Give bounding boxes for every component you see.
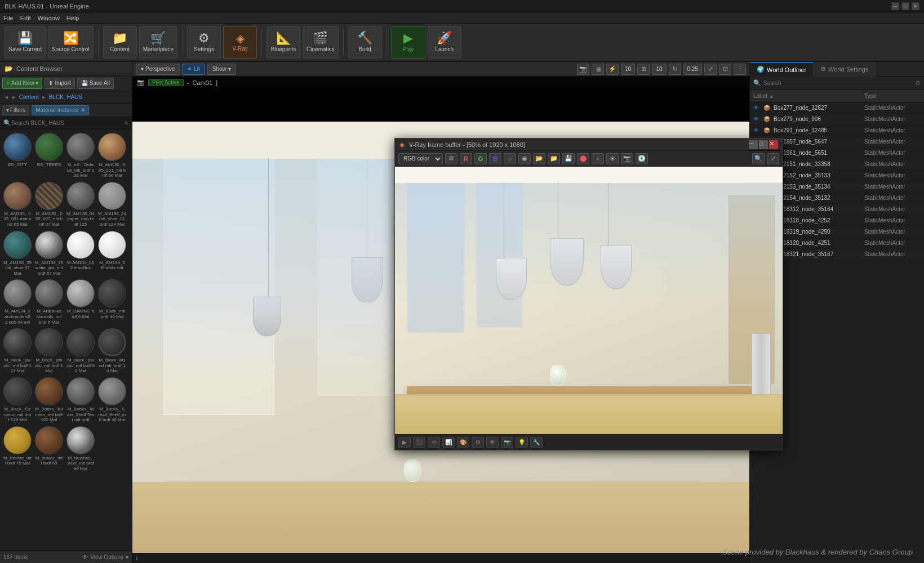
material-item-m-black-ceramic[interactable]: M_Black_ Ceramic_mtl brdf 129 Mat [2, 376, 33, 424]
material-item-m-am134[interactable]: M_AM134_24 mtl_shoe_01 brdf 124 Mat [97, 181, 127, 229]
filter-tag-close-icon[interactable]: ✕ [81, 107, 85, 113]
material-item-m-am130-default[interactable]: M_a3... Default_mtl_brdf 138 Mat [65, 132, 96, 180]
vray-folder-btn[interactable]: 📁 [548, 153, 560, 164]
vray-r-channel-btn[interactable]: R [460, 153, 472, 164]
vray-close-button[interactable]: ✕ [769, 140, 778, 149]
material-item-m-black-wood[interactable]: M_Black_Wood mtl_brdf 14 Mat [97, 327, 127, 375]
source-control-button[interactable]: 🔀 Source Control [48, 26, 94, 59]
vray-b-channel-btn[interactable]: B [489, 153, 501, 164]
grid-icon[interactable]: ⊞ [637, 64, 650, 75]
material-item-m-am134e[interactable]: M_AM134_3E white mtl [97, 230, 127, 278]
lit-btn[interactable]: ☀ Lit [182, 64, 205, 75]
close-button[interactable]: ✕ [912, 2, 919, 10]
material-item-m-am134b[interactable]: M_AM134_35 mtl_shoe 57 Mat [2, 230, 33, 278]
material-item-m-black3[interactable]: M_black_ plastic_mtl brdf 1 Mat [34, 327, 64, 375]
material-item-m-books-small[interactable]: M_Books_ Small_Shelf_mtl brdf 40 Mat [97, 376, 127, 424]
vray-g-channel-btn[interactable]: G [474, 153, 487, 164]
menu-window[interactable]: Window [38, 15, 60, 21]
visibility-icon[interactable]: 👁 [753, 116, 761, 122]
material-item-m-brown[interactable]: M_brown_ mtl brdf 63 [34, 425, 64, 473]
world-outliner-tab[interactable]: 🌍 World Outliner [750, 62, 814, 77]
display-settings-icon[interactable]: 🖥 [592, 64, 604, 75]
material-item-m-bronze[interactable]: M_Bronze_mtl brdf 75 Mat [2, 425, 33, 473]
minimize-button[interactable]: ─ [891, 2, 899, 10]
vray-settings-icon[interactable]: ⚙ [445, 153, 457, 164]
scale-icon[interactable]: ⤢ [704, 64, 717, 75]
type-column-header[interactable]: Type [864, 93, 921, 99]
menu-help[interactable]: Help [66, 15, 79, 21]
material-item-m-am130-04[interactable]: M_AM130_04 paper_bag brdf 125 [65, 181, 96, 229]
content-button[interactable]: 📁 Content [103, 26, 137, 59]
material-item-m-baking[interactable]: M_BAKING brdf 6 Mat [65, 278, 96, 326]
material-item-m-black2[interactable]: M_black_ plastic_mtl brdf 113 Mat [2, 327, 33, 375]
material-item-m-books-kitchen[interactable]: M_Books_ Kitchen_mtl brdf 102 Mat [34, 376, 64, 424]
visibility-icon[interactable]: 👁 [753, 105, 761, 111]
material-item-m-books-main[interactable]: M_Books_ Main_Shelf Test mtl brdf [65, 376, 96, 424]
vray-red-circle-btn[interactable]: ⬤ [577, 153, 589, 164]
build-button[interactable]: 🔨 Build [348, 26, 382, 59]
world-settings-tab[interactable]: ⚙ World Settings [814, 62, 876, 77]
material-item-m-am130-035b[interactable]: M_AM130_ 035_001 mat brdf 65 Mat [2, 181, 33, 229]
cinematics-button[interactable]: 🎬 Cinematics [303, 26, 338, 59]
vray-titlebar[interactable]: ◈ V-Ray frame buffer - [50% of 1920 x 10… [395, 138, 783, 151]
vray-footer-btn-9[interactable]: 💡 [516, 437, 528, 448]
rotate-icon[interactable]: ↻ [669, 64, 681, 75]
vray-minimize-button[interactable]: ─ [749, 140, 758, 149]
save-all-button[interactable]: 💾 Save All [77, 78, 114, 89]
material-item-m-artbooks[interactable]: M_ArtBooks Normals_mtl brdf 6 Mat [34, 278, 64, 326]
material-item-m-am134f[interactable]: M_AM134_3 archmodels52 005 04 mtl [2, 278, 33, 326]
vray-button[interactable]: ◈ V-Ray [223, 26, 257, 59]
vray-footer-btn-8[interactable]: 📷 [501, 437, 513, 448]
vray-footer-btn-10[interactable]: 🔧 [530, 437, 543, 448]
table-row[interactable]: 👁 📦 Box291_node_32485 StaticMeshActor [750, 125, 924, 136]
show-btn[interactable]: Show ▾ [207, 64, 236, 75]
menu-file[interactable]: File [3, 15, 14, 21]
settings-button[interactable]: ⚙ Settings [187, 26, 221, 59]
material-item-m-brushed-steel[interactable]: M_brushed_ steel_mtl brdf 90 Mat [65, 425, 96, 473]
vray-footer-btn-4[interactable]: 📊 [442, 437, 455, 448]
search-input[interactable] [11, 120, 124, 126]
vray-footer-btn-6[interactable]: ⚙ [472, 437, 484, 448]
vray-folder-open-btn[interactable]: 📂 [533, 153, 545, 164]
vray-camera-btn[interactable]: 📷 [621, 153, 633, 164]
path-content[interactable]: Content [19, 94, 39, 100]
realtime-icon[interactable]: ⚡ [606, 64, 619, 75]
color-mode-select[interactable]: RGB color Alpha Luminance [398, 153, 443, 164]
import-button[interactable]: ⬆ Import [45, 78, 74, 89]
material-item-m-am130-035c[interactable]: M_AM130_ 035_007_mtl brdf 07 Mat [34, 181, 64, 229]
filter-tag-material-instance[interactable]: Material Instance ✕ [32, 105, 89, 115]
vray-footer-btn-3[interactable]: ⟲ [428, 437, 440, 448]
vray-zoom-btn[interactable]: 🔍 [752, 153, 765, 164]
material-item-bg-trees[interactable]: BG_TREES [34, 132, 64, 180]
vray-footer-btn-7[interactable]: 👁 [486, 437, 499, 448]
play-button[interactable]: ▶ Play [392, 26, 425, 59]
menu-edit[interactable]: Edit [20, 15, 31, 21]
vray-circle-btn[interactable]: ○ [504, 153, 516, 164]
outliner-search-input[interactable] [763, 80, 913, 86]
vray-sphere-btn[interactable]: ◉ [518, 153, 531, 164]
back-arrow[interactable]: ◄ [3, 94, 9, 100]
outliner-search[interactable]: 🔍 ⚙ [750, 77, 924, 90]
material-item-m-am134d[interactable]: M-AM134_06 Defaultfos [65, 230, 96, 278]
grid-size-btn[interactable]: 10 [621, 64, 635, 75]
add-new-button[interactable]: + Add New ▾ [2, 78, 42, 89]
search-clear-icon[interactable]: ✕ [124, 120, 128, 126]
material-item-bg-city[interactable]: BG_CITY [2, 132, 33, 180]
vray-footer-btn-1[interactable]: ▶ [398, 437, 411, 448]
camera-settings-icon[interactable]: 📷 [577, 64, 589, 75]
vray-fit-btn[interactable]: ⤢ [767, 153, 779, 164]
vray-floppy-btn[interactable]: 💽 [636, 153, 648, 164]
material-item-m-black[interactable]: M_Black_mtl brdf 40 Mat [97, 278, 127, 326]
maximize-button[interactable]: □ [901, 2, 909, 10]
vray-save-btn[interactable]: 💾 [562, 153, 575, 164]
vray-plus-btn[interactable]: + [592, 153, 604, 164]
path-folder[interactable]: BLCK_HAUS [49, 94, 82, 100]
material-item-m-am130-035[interactable]: M_AM130_ 035_001_mtl brdf 66 Mat [97, 132, 127, 180]
more-icon[interactable]: ⋮ [734, 64, 746, 75]
material-item-m-black4[interactable]: M_black_ plastic_mtl brdf 90 Mat [65, 327, 96, 375]
save-current-button[interactable]: 💾 Save Current [5, 26, 46, 59]
view-options-label[interactable]: View Options [90, 554, 123, 560]
toggle-icon[interactable]: ⊡ [719, 64, 731, 75]
table-row[interactable]: 👁 📦 Box279_node_996 StaticMeshActor [750, 114, 924, 125]
angle-btn[interactable]: 10 [652, 64, 666, 75]
